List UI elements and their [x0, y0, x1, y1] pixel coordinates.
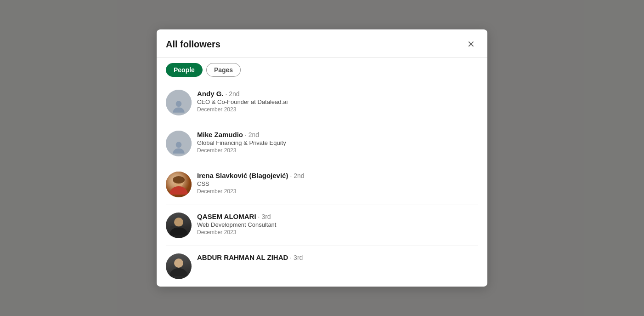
follower-degree: · 2nd: [290, 172, 304, 179]
avatar[interactable]: [166, 90, 192, 115]
follower-info: QASEM ALOMARI · 3rd Web Development Cons…: [197, 213, 478, 236]
avatar-placeholder: [166, 90, 192, 115]
list-item: ABDUR RAHMAN AL ZIHAD · 3rd: [166, 246, 478, 287]
modal-header: All followers ✕: [157, 29, 487, 57]
avatar[interactable]: [166, 213, 192, 238]
list-item: Andy G. · 2nd CEO & Co-Founder at Datale…: [166, 82, 478, 123]
followers-list[interactable]: Andy G. · 2nd CEO & Co-Founder at Datale…: [157, 82, 487, 287]
avatar[interactable]: [166, 131, 192, 156]
avatar[interactable]: [166, 253, 192, 279]
follower-date: December 2023: [197, 106, 478, 113]
avatar[interactable]: [166, 172, 192, 197]
follower-name-row: ABDUR RAHMAN AL ZIHAD · 3rd: [197, 253, 478, 261]
svg-rect-5: [170, 226, 187, 228]
follower-date: December 2023: [197, 188, 478, 195]
modal-overlay: All followers ✕ People Pages: [0, 0, 644, 316]
svg-point-1: [176, 142, 182, 148]
svg-point-6: [174, 259, 183, 268]
follower-date: December 2023: [197, 229, 478, 236]
follower-title: CSS: [197, 180, 478, 187]
avatar-photo: [166, 253, 192, 279]
follower-date: December 2023: [197, 147, 478, 154]
follower-degree: · 3rd: [258, 213, 271, 220]
tab-people[interactable]: People: [166, 63, 203, 77]
list-item: Irena Slavković (Blagojević) · 2nd CSS D…: [166, 164, 478, 205]
follower-degree: · 2nd: [245, 131, 259, 138]
follower-degree: · 2nd: [226, 90, 240, 98]
followers-modal: All followers ✕ People Pages: [157, 29, 487, 287]
follower-name[interactable]: QASEM ALOMARI: [197, 213, 256, 220]
follower-name-row: Mike Zamudio · 2nd: [197, 131, 478, 138]
follower-title: CEO & Co-Founder at Datalead.ai: [197, 98, 478, 105]
follower-info: Mike Zamudio · 2nd Global Financing & Pr…: [197, 131, 478, 154]
svg-point-3: [173, 176, 185, 184]
svg-point-4: [174, 218, 183, 227]
follower-info: ABDUR RAHMAN AL ZIHAD · 3rd: [197, 253, 478, 261]
tabs-row: People Pages: [157, 57, 487, 82]
follower-degree: · 3rd: [290, 254, 303, 261]
follower-name-row: QASEM ALOMARI · 3rd: [197, 213, 478, 220]
close-button[interactable]: ✕: [463, 37, 478, 52]
avatar-photo: [166, 213, 192, 238]
follower-info: Irena Slavković (Blagojević) · 2nd CSS D…: [197, 172, 478, 195]
svg-point-0: [176, 101, 182, 107]
list-item: QASEM ALOMARI · 3rd Web Development Cons…: [166, 205, 478, 246]
follower-title: Global Financing & Private Equity: [197, 139, 478, 146]
follower-name[interactable]: ABDUR RAHMAN AL ZIHAD: [197, 253, 288, 261]
follower-title: Web Development Consultant: [197, 221, 478, 228]
follower-name[interactable]: Irena Slavković (Blagojević): [197, 172, 288, 179]
follower-info: Andy G. · 2nd CEO & Co-Founder at Datale…: [197, 90, 478, 113]
tab-pages[interactable]: Pages: [206, 63, 241, 77]
follower-name[interactable]: Mike Zamudio: [197, 131, 243, 138]
follower-name-row: Andy G. · 2nd: [197, 90, 478, 98]
follower-name-row: Irena Slavković (Blagojević) · 2nd: [197, 172, 478, 179]
list-item: Mike Zamudio · 2nd Global Financing & Pr…: [166, 123, 478, 164]
avatar-photo: [166, 172, 192, 197]
follower-name[interactable]: Andy G.: [197, 90, 224, 98]
modal-title: All followers: [166, 39, 220, 50]
avatar-placeholder: [166, 131, 192, 156]
close-icon: ✕: [467, 39, 475, 50]
